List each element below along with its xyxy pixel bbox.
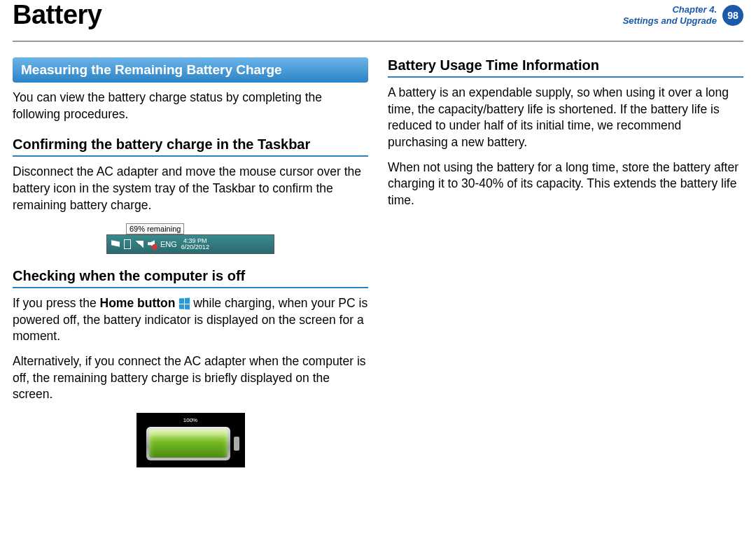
windows-home-icon [178,298,190,309]
subheading-computer-off: Checking when the computer is off [13,268,368,288]
chapter-line1: Chapter 4. [623,4,717,15]
chapter-label: Chapter 4. Settings and Upgrade [623,4,717,27]
page-title: Battery [13,0,102,30]
battery-tooltip: 69% remaining [126,223,184,234]
network-icon [135,241,144,248]
flag-icon [111,240,120,248]
home-button-paragraph: If you press the Home button while charg… [13,295,368,345]
page-number-badge: 98 [722,5,743,26]
battery-indicator-graphic: 100% [136,413,245,467]
intro-text: You can view the battery charge status b… [13,90,368,122]
page-header: Battery Chapter 4. Settings and Upgrade … [13,0,743,42]
taskbar-paragraph: Disconnect the AC adapter and move the m… [13,164,368,213]
battery-fill [149,430,227,458]
battery-tip [234,437,239,451]
taskbar-strip: ENG 4:39 PM 6/20/2012 [106,234,274,254]
chapter-info: Chapter 4. Settings and Upgrade 98 [623,4,743,27]
date-text: 6/20/2012 [181,244,209,251]
right-column: Battery Usage Time Information A battery… [388,49,743,477]
ac-adapter-paragraph: Alternatively, if you connect the AC ada… [13,353,368,403]
usage-paragraph-2: When not using the battery for a long ti… [388,160,743,209]
chapter-line2: Settings and Upgrade [623,15,717,27]
content-area: Measuring the Remaining Battery Charge Y… [0,49,756,477]
taskbar-screenshot: 69% remaining ENG 4:39 PM 6/20/2012 [106,222,274,254]
battery-icon [124,239,131,249]
usage-paragraph-1: A battery is an expendable supply, so wh… [388,85,743,151]
language-indicator: ENG [160,240,177,248]
p2-part-a: If you press the [13,296,100,310]
subheading-usage-time: Battery Usage Time Information [388,57,743,78]
clock: 4:39 PM 6/20/2012 [181,238,209,251]
battery-percent-label: 100% [139,416,242,423]
home-button-label: Home button [100,296,176,310]
subheading-taskbar: Confirming the battery charge in the Tas… [13,136,368,157]
left-column: Measuring the Remaining Battery Charge Y… [13,49,368,477]
speaker-muted-icon [148,240,156,248]
section-banner-measuring: Measuring the Remaining Battery Charge [13,57,368,83]
